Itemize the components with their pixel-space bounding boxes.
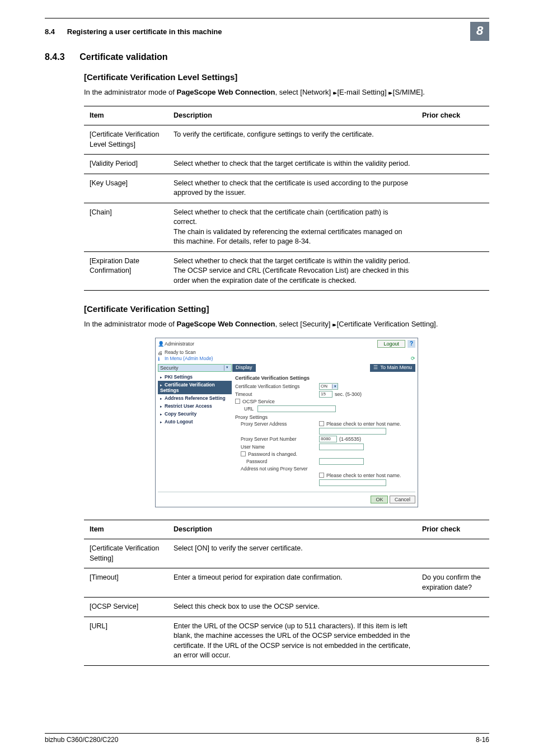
cell-prior (416, 251, 489, 291)
category-select[interactable]: Security▾ (158, 364, 232, 372)
sidebar-item-label: Auto Logout (165, 419, 193, 424)
chevron-down-icon: ▾ (332, 384, 338, 389)
table-row: [Certificate Verification Level Settings… (84, 125, 489, 155)
cell-prior (416, 539, 489, 568)
sidebar-item[interactable]: ▸PKI Settings (158, 373, 232, 381)
th-item: Item (84, 520, 168, 539)
cell-desc: Select whether to check that the certifi… (168, 203, 416, 251)
ocsp-checkbox[interactable] (235, 399, 240, 404)
cell-item: [Timeout] (84, 568, 168, 598)
noproxy-input[interactable] (319, 479, 386, 486)
cell-item: [OCSP Service] (84, 598, 168, 617)
ss-label-timeout: Timeout (235, 391, 319, 397)
sidebar-item[interactable]: ▸Address Reference Setting (158, 394, 232, 402)
cell-item: [Validity Period] (84, 155, 168, 174)
port-input[interactable]: 8080 (319, 436, 337, 442)
username-input[interactable] (319, 444, 364, 450)
sidebar-item-label: Restrict User Access (165, 403, 212, 409)
cell-desc: Select this check box to use the OCSP se… (168, 598, 416, 617)
section-number: 8.4 (45, 27, 55, 36)
triangle-icon: ▸ (160, 383, 165, 388)
triangle-icon: ▸ (160, 404, 165, 409)
section-title: Registering a user certificate in this m… (67, 27, 222, 36)
psa-input[interactable] (319, 428, 386, 435)
timeout-input[interactable]: 15 (319, 391, 332, 398)
refresh-icon[interactable]: ⟳ (411, 356, 415, 361)
port-range: (1-65535) (339, 436, 361, 442)
ok-button[interactable]: OK (371, 496, 388, 503)
ss-label-user: User Name (235, 444, 319, 450)
sidebar-item[interactable]: ▸Auto Logout (158, 418, 232, 426)
cvs-select[interactable]: ON▾ (319, 383, 338, 390)
cancel-button[interactable]: Cancel (390, 496, 415, 503)
th-desc: Description (168, 520, 416, 539)
footer-model: bizhub C360/C280/C220 (45, 736, 118, 744)
subsection-title: Certificate validation (79, 52, 167, 62)
cell-prior (416, 174, 489, 203)
page-header: 8.4 Registering a user certificate in th… (45, 27, 466, 36)
subsection-heading: 8.4.3 Certificate validation (45, 52, 489, 62)
table-row: [Chain]Select whether to check that the … (84, 203, 489, 251)
sidebar-item-label: Address Reference Setting (165, 395, 226, 401)
cell-item: [URL] (84, 617, 168, 665)
timeout-unit: sec. (5-300) (335, 391, 362, 397)
th-desc: Description (168, 106, 416, 125)
menu-icon: ☰ (373, 365, 378, 370)
th-prior: Prior check (416, 106, 489, 125)
ss-proxy-heading: Proxy Settings (235, 414, 268, 420)
cell-desc: Enter the URL of the OCSP service (up to… (168, 617, 416, 665)
cell-desc: Select [ON] to verify the server certifi… (168, 539, 416, 568)
ss-panel-title: Certificate Verification Settings (235, 375, 412, 381)
ss-label-ocsp: OCSP Service (242, 399, 275, 404)
triangle-icon: ▸ (160, 420, 165, 424)
sidebar-item[interactable]: ▸Copy Security (158, 410, 232, 418)
cell-prior (416, 598, 489, 617)
url-input[interactable] (257, 405, 336, 412)
cell-item: [Chain] (84, 203, 168, 251)
table-cert-level: Item Description Prior check [Certificat… (84, 106, 489, 291)
sidebar-item-label: Copy Security (165, 411, 196, 417)
pwchange-checkbox[interactable] (241, 451, 246, 456)
cell-desc: To verify the certificate, configure set… (168, 125, 416, 155)
cell-desc: Enter a timeout period for expiration da… (168, 568, 416, 598)
printer-icon: 🖨 (158, 350, 163, 356)
cell-item: [Key Usage] (84, 174, 168, 203)
ss-label-port: Proxy Server Port Number (235, 436, 319, 442)
password-input[interactable] (319, 458, 364, 465)
ss-ready: Ready to Scan (165, 349, 196, 355)
block1-intro: In the administrator mode of PageScope W… (84, 87, 489, 98)
table-row: [Certificate Verification Setting]Select… (84, 539, 489, 568)
th-item: Item (84, 106, 168, 125)
sidebar-item[interactable]: ▸Restrict User Access (158, 402, 232, 410)
table-cert-setting: Item Description Prior check [Certificat… (84, 520, 489, 666)
ss-admin-label: Administrator (165, 341, 377, 347)
sidebar-item[interactable]: ▸Certificate Verification Settings (158, 381, 232, 394)
chapter-badge: 8 (470, 22, 489, 41)
ss-menu-mode: In Menu (Admin Mode) (165, 356, 213, 361)
triangle-icon: ▸ (160, 396, 165, 401)
ss-hostnote1: Please check to enter host name. (326, 421, 401, 427)
cell-prior (416, 617, 489, 665)
footer-page: 8-16 (476, 736, 489, 744)
to-main-menu-button[interactable]: ☰To Main Menu (370, 364, 415, 372)
ss-label-pwchg: Password is changed. (248, 451, 297, 457)
table-row: [Validity Period]Select whether to check… (84, 155, 489, 174)
embedded-screenshot: 👤 Administrator Logout ? 🖨Ready to Scan … (155, 338, 418, 507)
ss-label-noproxy: Address not using Proxy Server (235, 466, 319, 472)
cell-desc: Select whether to check that the certifi… (168, 174, 416, 203)
display-button[interactable]: Display (232, 364, 256, 372)
psa-hostname-checkbox[interactable] (319, 421, 324, 426)
table-row: [OCSP Service]Select this check box to u… (84, 598, 489, 617)
triangle-icon: ▸ (160, 375, 165, 380)
table-row: [URL]Enter the URL of the OCSP service (… (84, 617, 489, 665)
logout-button[interactable]: Logout (377, 340, 405, 348)
ss-label-psa: Proxy Server Address (235, 421, 319, 427)
noproxy-hostname-checkbox[interactable] (319, 473, 324, 478)
chevron-down-icon: ▾ (224, 365, 229, 371)
table-row: [Key Usage]Select whether to check that … (84, 174, 489, 203)
cell-prior (416, 125, 489, 155)
help-icon[interactable]: ? (407, 340, 415, 348)
cell-item: [Certificate Verification Setting] (84, 539, 168, 568)
cell-prior (416, 203, 489, 251)
block2-intro: In the administrator mode of PageScope W… (84, 319, 489, 330)
